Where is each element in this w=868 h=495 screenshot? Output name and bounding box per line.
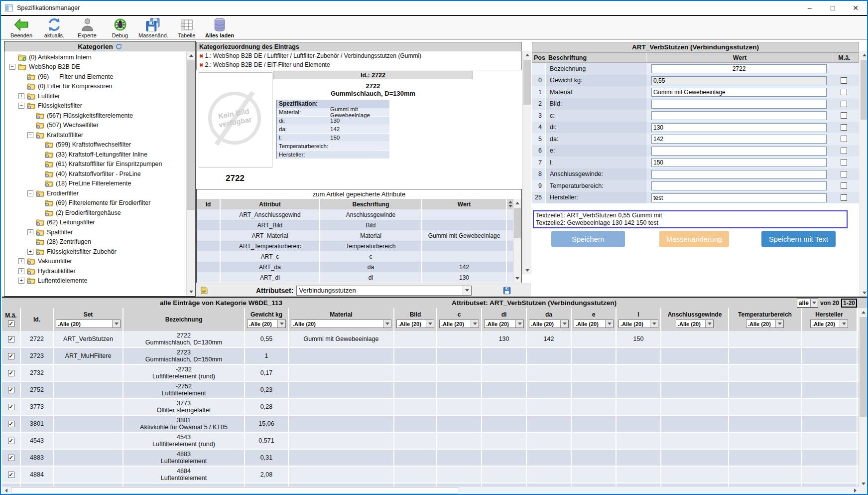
tree-item[interactable]: −WebShop B2B DE xyxy=(4,62,186,72)
tree-expander-minus[interactable]: − xyxy=(27,190,33,196)
ma-checkbox[interactable] xyxy=(841,124,847,131)
ma-checkbox[interactable] xyxy=(841,194,847,201)
editor-input-temperaturbereich[interactable] xyxy=(651,181,827,190)
tree-item[interactable]: (0) Filter für Kompressoren xyxy=(4,82,186,92)
tree-item[interactable]: (567) Flüssigkeitsfilterelemente xyxy=(4,111,186,121)
row-checkbox[interactable]: ✓ xyxy=(8,455,14,461)
toolbar-experte[interactable]: Experte xyxy=(71,16,104,40)
toolbar-aktualis[interactable]: aktualis. xyxy=(38,16,71,40)
page-size-select[interactable]: alle xyxy=(797,299,818,308)
tree-item[interactable]: (40) Kraftstoffvorfilter - PreLine xyxy=(4,169,186,179)
attribute-row[interactable]: ART_MaterialMaterialGummi mit Gewebeeinl… xyxy=(197,230,521,241)
close-button[interactable]: ✕ xyxy=(844,1,867,15)
editor-input-l[interactable] xyxy=(651,158,827,167)
editor-input-di[interactable] xyxy=(651,123,827,132)
row-checkbox[interactable]: ✓ xyxy=(8,387,14,393)
attribute-row[interactable]: ART_dada142 xyxy=(197,262,521,272)
minimize-button[interactable]: – xyxy=(798,1,821,15)
row-checkbox[interactable]: ✓ xyxy=(8,370,14,376)
tree-item[interactable]: (96) Filter und Elemente xyxy=(4,72,186,82)
tree-expander-minus[interactable]: − xyxy=(9,64,15,70)
ma-checkbox[interactable] xyxy=(841,182,847,189)
tree-item[interactable]: (507) Wechselfilter xyxy=(4,121,186,131)
editor-input-material[interactable] xyxy=(651,88,827,97)
scroll-thumb[interactable] xyxy=(523,60,531,105)
speichern-mit-text-button[interactable]: Speichern mit Text xyxy=(761,231,836,247)
scroll-down-button[interactable] xyxy=(187,288,195,296)
attribute-row[interactable]: ART_AnschlussgewindAnschlussgewinde xyxy=(197,209,521,220)
pager-range[interactable]: 1-20 xyxy=(841,299,857,308)
ma-checkbox[interactable] xyxy=(841,101,847,107)
toolbar-beenden[interactable]: Beenden xyxy=(5,16,38,40)
filter-da[interactable]: .Alle (20) xyxy=(529,320,569,328)
tree-item[interactable]: (62) Leitungsfilter xyxy=(4,218,186,228)
scroll-down-button[interactable] xyxy=(523,266,531,274)
tree-item[interactable]: (0) Artikelstamm Intern xyxy=(4,52,186,62)
tree-item[interactable]: +Luftentölelemente xyxy=(4,276,186,286)
tree-item[interactable]: (28) Zentrifugen xyxy=(4,237,186,247)
tree-item[interactable]: +Vakuumfilter xyxy=(4,257,186,267)
tree-item[interactable]: +Luftfilter xyxy=(4,91,186,101)
editor-scrollbar[interactable] xyxy=(860,51,868,297)
tree-scrollbar[interactable] xyxy=(186,51,195,296)
maximize-button[interactable]: □ xyxy=(821,1,844,15)
tree-expander-minus[interactable]: − xyxy=(27,132,33,138)
editor-input-hersteller[interactable] xyxy=(651,193,827,202)
remove-category-icon[interactable]: ✖ xyxy=(199,62,203,68)
row-checkbox[interactable]: ✓ xyxy=(8,353,14,359)
ma-checkbox[interactable] xyxy=(841,112,847,119)
massen-nderung-button[interactable]: Massenänderung xyxy=(659,231,729,247)
tree-item[interactable]: (18) PreLine Filterelemente xyxy=(4,179,186,189)
editor-input-gewicht-kg[interactable] xyxy=(651,76,827,85)
tree-expander-plus[interactable]: + xyxy=(18,258,24,264)
toolbar-alles-laden[interactable]: Alles laden xyxy=(203,16,236,40)
toolbar-tabelle[interactable]: Tabelle xyxy=(170,16,203,40)
ma-checkbox[interactable] xyxy=(841,148,847,154)
scroll-up-button[interactable] xyxy=(860,51,868,59)
ma-checkbox[interactable] xyxy=(841,171,847,177)
scroll-up-button[interactable] xyxy=(523,51,531,59)
toolbar-debug[interactable]: Debug xyxy=(104,16,136,40)
scroll-right-button[interactable] xyxy=(851,487,859,494)
editor-input-bezeichnung[interactable] xyxy=(651,64,827,73)
save-attributset-icon[interactable] xyxy=(502,286,511,295)
tree-item[interactable]: (2) Erodierfiltergehäuse xyxy=(4,208,186,218)
filter-e[interactable]: .Alle (20) xyxy=(574,320,614,328)
tree-expander-plus[interactable]: + xyxy=(18,278,24,284)
scroll-thumb[interactable] xyxy=(514,208,521,238)
filter-temperaturbereich[interactable]: .Alle (20) xyxy=(746,320,784,328)
filter-bild[interactable]: .Alle (20) xyxy=(396,320,434,328)
tree-item[interactable]: (599) Kraftstoffwechselfilter xyxy=(4,140,186,150)
tree-item[interactable]: (33) Kraftstoff-Leitungsfilter Inline xyxy=(4,150,186,160)
tree-item[interactable]: −Kraftstofffilter xyxy=(4,130,186,140)
toolbar-massen-nd[interactable]: Massenänd. xyxy=(136,16,170,40)
editor-input-c[interactable] xyxy=(651,111,827,120)
remove-category-icon[interactable]: ✖ xyxy=(199,53,203,59)
editor-input-e[interactable] xyxy=(651,147,827,156)
tree-expander-plus[interactable]: + xyxy=(18,93,24,99)
scroll-up-button[interactable] xyxy=(187,51,195,59)
scroll-thumb[interactable] xyxy=(861,60,868,120)
tree-expander-plus[interactable]: + xyxy=(27,229,33,235)
filter-hersteller[interactable]: .Alle (20) xyxy=(810,320,848,328)
tree-item[interactable]: +Spaltfilter xyxy=(4,227,186,237)
tree-expander-minus[interactable]: − xyxy=(18,103,24,109)
attribute-row[interactable]: ART_TemperaturbereicTemperaturbereich xyxy=(197,241,521,251)
grid-scrollbar-horizontal[interactable] xyxy=(2,486,859,494)
scroll-thumb[interactable] xyxy=(11,487,459,494)
scroll-up-button[interactable] xyxy=(513,199,521,207)
speichern-button[interactable]: Speichern xyxy=(551,231,625,247)
article-panel-scrollbar[interactable] xyxy=(522,51,531,274)
tree-item[interactable]: (69) Filterelemente für Erodierfilter xyxy=(4,198,186,208)
editor-input-anschlussgewinde[interactable] xyxy=(651,170,827,179)
row-checkbox[interactable]: ✓ xyxy=(8,336,14,342)
scroll-left-button[interactable] xyxy=(2,487,10,494)
select-all-checkbox[interactable]: ✓ xyxy=(8,321,14,327)
row-checkbox[interactable]: ✓ xyxy=(8,438,14,444)
ma-checkbox[interactable] xyxy=(841,77,847,84)
editor-input-da[interactable] xyxy=(651,135,827,144)
ma-checkbox[interactable] xyxy=(841,159,847,165)
scroll-down-button[interactable] xyxy=(513,274,521,282)
ma-checkbox[interactable] xyxy=(841,89,847,95)
filter-gewicht[interactable]: .Alle (20) xyxy=(247,320,286,328)
